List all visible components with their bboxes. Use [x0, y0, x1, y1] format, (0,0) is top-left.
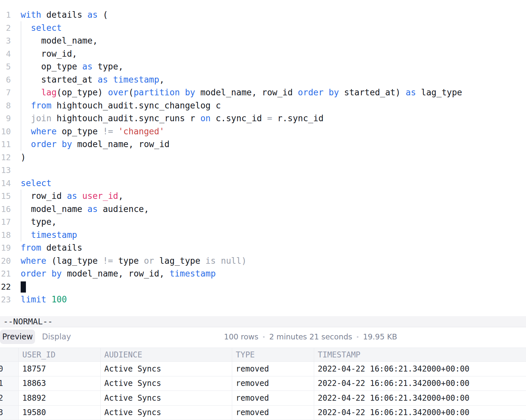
code-line[interactable]: 4 row_id, — [0, 48, 526, 61]
row-number-cell: 3 — [0, 406, 19, 420]
sql-editor[interactable]: 1with details as (2 select3 model_name,4… — [0, 0, 526, 316]
stat-item: 100 rows — [224, 333, 258, 341]
row-number-cell: 1 — [0, 376, 19, 391]
tab-display-label: Display — [42, 332, 71, 341]
stat-separator-dot — [357, 336, 358, 338]
code-line[interactable]: 3 model_name, — [0, 34, 526, 48]
code-line-text: model_name as audience, — [21, 203, 149, 216]
code-line[interactable]: 1with details as ( — [0, 9, 526, 22]
line-number: 23 — [0, 293, 11, 306]
code-line[interactable]: 18 timestamp — [0, 229, 526, 242]
table-cell[interactable]: Active Syncs — [101, 391, 232, 405]
line-number: 10 — [0, 125, 11, 138]
line-number: 1 — [0, 9, 11, 22]
code-line[interactable]: 17 type, — [0, 216, 526, 229]
row-number: 1 — [0, 379, 3, 388]
table-cell[interactable]: Active Syncs — [101, 362, 232, 376]
code-line[interactable]: 12) — [0, 151, 526, 164]
table-cell[interactable]: 18757 — [19, 362, 101, 376]
results-toolbar: Preview Display 100 rows2 minutes 21 sec… — [0, 327, 526, 348]
code-line[interactable]: 23limit 100 — [0, 293, 526, 306]
code-line[interactable]: 6 started_at as timestamp, — [0, 73, 526, 86]
table-cell[interactable]: Active Syncs — [101, 376, 232, 391]
code-line[interactable]: 7 lag(op_type) over(partition by model_n… — [0, 86, 526, 99]
table-row[interactable]: 319580Active Syncsremoved2022-04-22 16:0… — [0, 406, 526, 420]
tab-preview-label: Preview — [2, 332, 33, 341]
code-line-text: type, — [21, 216, 57, 229]
line-number: 13 — [0, 164, 11, 177]
line-number: 17 — [0, 216, 11, 229]
code-line-text: join hightouch_audit.sync_runs r on c.sy… — [21, 112, 324, 125]
code-line-text: op_type as type, — [21, 60, 123, 73]
code-line[interactable]: 2 select — [0, 22, 526, 35]
line-number: 3 — [0, 34, 11, 48]
code-line[interactable]: 20where (lag_type != type or lag_type is… — [0, 255, 526, 268]
table-cell[interactable]: 18863 — [19, 376, 101, 391]
code-line[interactable]: 8 from hightouch_audit.sync_changelog c — [0, 99, 526, 112]
code-line-text: where op_type != 'changed' — [21, 125, 164, 138]
line-number: 7 — [0, 86, 11, 99]
table-cell[interactable]: removed — [232, 391, 314, 405]
table-cell[interactable]: 2022-04-22 16:06:21.342000+00:00 — [314, 406, 526, 420]
table-cell[interactable]: removed — [232, 362, 314, 376]
code-line[interactable]: 16 model_name as audience, — [0, 203, 526, 216]
code-line[interactable]: 5 op_type as type, — [0, 60, 526, 73]
code-line-text: order by model_name, row_id, timestamp — [21, 267, 216, 280]
code-area[interactable]: 1with details as (2 select3 model_name,4… — [0, 9, 526, 306]
table-cell[interactable]: 18892 — [19, 391, 101, 405]
code-line[interactable]: 14select — [0, 177, 526, 190]
table-cell[interactable]: Active Syncs — [101, 406, 232, 420]
code-line-text: lag(op_type) over(partition by model_nam… — [21, 86, 462, 99]
line-number: 4 — [0, 48, 11, 61]
table-cell[interactable]: 19580 — [19, 406, 101, 420]
table-row[interactable]: 218892Active Syncsremoved2022-04-22 16:0… — [0, 391, 526, 406]
stat-separator-dot — [263, 336, 265, 338]
line-number: 14 — [0, 177, 11, 190]
table-cell[interactable]: 2022-04-22 16:06:21.342000+00:00 — [314, 362, 526, 376]
line-number: 16 — [0, 203, 11, 216]
code-line-text: ) — [21, 151, 26, 164]
code-line[interactable]: 13 — [0, 164, 526, 177]
code-line-text: where (lag_type != type or lag_type is n… — [21, 255, 247, 268]
column-header-audience: AUDIENCE — [101, 348, 232, 361]
code-line[interactable]: 19from details — [0, 241, 526, 255]
code-line-text — [21, 280, 26, 294]
tab-preview[interactable]: Preview — [0, 330, 35, 344]
code-line[interactable]: 21order by model_name, row_id, timestamp — [0, 267, 526, 280]
line-number: 5 — [0, 60, 11, 73]
code-line-text: from details — [21, 241, 82, 255]
line-number: 21 — [0, 267, 11, 280]
code-line-text: select — [21, 22, 62, 35]
query-stats: 100 rows2 minutes 21 seconds19.95 KB — [224, 330, 397, 344]
code-line-text: limit 100 — [21, 293, 67, 306]
table-cell[interactable]: removed — [232, 406, 314, 420]
row-number: 3 — [0, 408, 3, 417]
code-line[interactable]: 11 order by model_name, row_id — [0, 138, 526, 151]
line-number: 11 — [0, 138, 11, 151]
row-number: 2 — [0, 393, 3, 403]
code-line-text: started_at as timestamp, — [21, 73, 164, 86]
table-cell[interactable]: removed — [232, 376, 314, 391]
code-line-text: order by model_name, row_id — [21, 138, 170, 151]
column-header-type: TYPE — [232, 348, 314, 361]
tab-display[interactable]: Display — [42, 330, 71, 344]
code-line-text: select — [21, 177, 51, 190]
stat-item: 2 minutes 21 seconds — [269, 333, 352, 341]
row-number-header-cell — [0, 348, 19, 361]
column-header-user_id: USER_ID — [19, 348, 101, 361]
code-line[interactable]: 9 join hightouch_audit.sync_runs r on c.… — [0, 112, 526, 125]
code-line[interactable]: 10 where op_type != 'changed' — [0, 125, 526, 138]
table-cell[interactable]: 2022-04-22 16:06:21.342000+00:00 — [314, 376, 526, 391]
row-number-cell: 0 — [0, 362, 19, 376]
table-row[interactable]: 118863Active Syncsremoved2022-04-22 16:0… — [0, 376, 526, 391]
table-cell[interactable]: 2022-04-22 16:06:21.342000+00:00 — [314, 391, 526, 405]
table-row[interactable]: 018757Active Syncsremoved2022-04-22 16:0… — [0, 362, 526, 376]
code-line-text: with details as ( — [21, 9, 108, 22]
code-line-text: model_name, — [21, 34, 98, 48]
code-line[interactable]: 15 row_id as user_id, — [0, 190, 526, 203]
vim-status-bar: --NORMAL-- — [0, 316, 526, 327]
row-number: 0 — [0, 364, 3, 373]
row-number-cell: 2 — [0, 391, 19, 405]
code-line-text: timestamp — [21, 229, 77, 242]
code-line[interactable]: 22 — [0, 280, 526, 294]
